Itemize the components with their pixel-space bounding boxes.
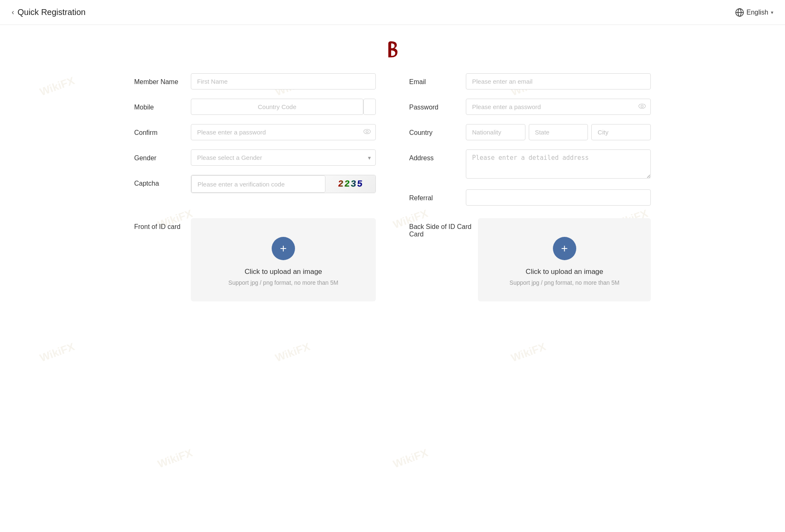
country-code-input[interactable]	[191, 99, 363, 115]
watermark: WikiFX	[38, 340, 76, 365]
state-input[interactable]	[529, 124, 588, 140]
back-id-row: Back Side of ID Card Card + Click to upl…	[409, 218, 651, 301]
svg-point-5	[639, 104, 645, 108]
mobile-field	[191, 99, 376, 115]
captcha-text: 2235	[338, 179, 364, 189]
language-selector[interactable]: English ▾	[735, 8, 773, 17]
country-row: Country	[409, 124, 651, 140]
svg-point-6	[641, 105, 643, 107]
nationality-input[interactable]	[466, 124, 525, 140]
watermark: WikiFX	[391, 446, 430, 471]
registration-form: Member Name Mobile Confirm	[118, 73, 668, 326]
mobile-label: Mobile	[134, 99, 184, 111]
header: ‹ Quick Registration English ▾	[0, 0, 785, 25]
member-name-row: Member Name	[134, 73, 376, 89]
svg-point-4	[366, 130, 368, 132]
watermark: WikiFX	[156, 446, 194, 471]
email-field	[466, 73, 651, 89]
email-label: Email	[409, 73, 459, 86]
upload-subtitle: Support jpg / png format, no more than 5…	[228, 279, 338, 286]
chevron-down-icon: ▾	[771, 10, 773, 15]
country-field	[466, 124, 651, 140]
referral-input[interactable]	[466, 189, 651, 206]
front-id-upload[interactable]: + Click to upload an image Support jpg /…	[191, 218, 376, 301]
back-id-label-line2: Card	[409, 231, 471, 238]
member-name-label: Member Name	[134, 73, 184, 86]
password-field	[466, 99, 651, 115]
first-name-input[interactable]	[191, 73, 376, 89]
captcha-input[interactable]	[191, 175, 325, 193]
gender-field: Please select a Gender Male Female Other…	[191, 149, 376, 166]
upload-add-icon[interactable]: +	[553, 237, 576, 260]
address-label: Address	[409, 149, 459, 162]
upload-add-icon[interactable]: +	[272, 237, 295, 260]
captcha-label: Captcha	[134, 175, 184, 187]
password-input[interactable]	[466, 99, 651, 115]
confirm-password-input[interactable]	[191, 124, 376, 140]
captcha-image[interactable]: 2235	[325, 175, 375, 193]
front-id-row: Front of ID card + Click to upload an im…	[134, 218, 376, 301]
upload-section: Front of ID card + Click to upload an im…	[134, 218, 651, 301]
password-row: Password	[409, 99, 651, 115]
city-input[interactable]	[591, 124, 651, 140]
email-row: Email	[409, 73, 651, 89]
back-id-label-line1: Back Side of ID Card	[409, 223, 471, 231]
upload-subtitle: Support jpg / png format, no more than 5…	[510, 279, 620, 286]
captcha-wrap: 2235	[191, 175, 376, 193]
front-id-label: Front of ID card	[134, 218, 184, 231]
gender-select-wrap: Please select a Gender Male Female Other…	[191, 149, 376, 166]
form-left-column: Member Name Mobile Confirm	[134, 73, 376, 215]
back-icon[interactable]: ‹	[12, 8, 14, 17]
captcha-field: 2235	[191, 175, 376, 193]
form-grid: Member Name Mobile Confirm	[134, 73, 651, 215]
referral-label: Referral	[409, 189, 459, 202]
confirm-field	[191, 124, 376, 140]
address-row: Address	[409, 149, 651, 180]
mobile-row: Mobile	[134, 99, 376, 115]
password-input-wrap	[466, 99, 651, 115]
logo-area	[0, 25, 785, 73]
svg-point-3	[364, 129, 370, 134]
member-name-field	[191, 73, 376, 89]
address-field	[466, 149, 651, 180]
referral-field	[466, 189, 651, 206]
eye-icon[interactable]	[363, 129, 371, 136]
password-label: Password	[409, 99, 459, 111]
gender-select[interactable]: Please select a Gender Male Female Other	[191, 149, 376, 166]
watermark: WikiFX	[38, 74, 76, 99]
mobile-inputs	[191, 99, 376, 115]
language-label: English	[747, 9, 768, 16]
gender-label: Gender	[134, 149, 184, 162]
watermark: WikiFX	[274, 340, 312, 365]
referral-row: Referral	[409, 189, 651, 206]
back-navigation[interactable]: ‹ Quick Registration	[12, 7, 85, 17]
country-inputs	[466, 124, 651, 140]
gender-row: Gender Please select a Gender Male Femal…	[134, 149, 376, 166]
confirm-password-row: Confirm	[134, 124, 376, 140]
eye-icon[interactable]	[638, 103, 646, 111]
mobile-number-input[interactable]	[363, 99, 376, 115]
upload-title: Click to upload an image	[526, 268, 603, 276]
captcha-row: Captcha 2235	[134, 175, 376, 193]
email-input[interactable]	[466, 73, 651, 89]
page-title: Quick Registration	[18, 7, 85, 17]
country-label: Country	[409, 124, 459, 137]
confirm-password-wrap	[191, 124, 376, 140]
back-id-upload[interactable]: + Click to upload an image Support jpg /…	[478, 218, 651, 301]
confirm-label: Confirm	[134, 124, 184, 137]
brand-logo	[382, 40, 403, 61]
globe-icon	[735, 8, 744, 17]
form-right-column: Email Password	[409, 73, 651, 215]
watermark: WikiFX	[509, 340, 548, 365]
address-textarea[interactable]	[466, 149, 651, 179]
upload-title: Click to upload an image	[245, 268, 322, 276]
